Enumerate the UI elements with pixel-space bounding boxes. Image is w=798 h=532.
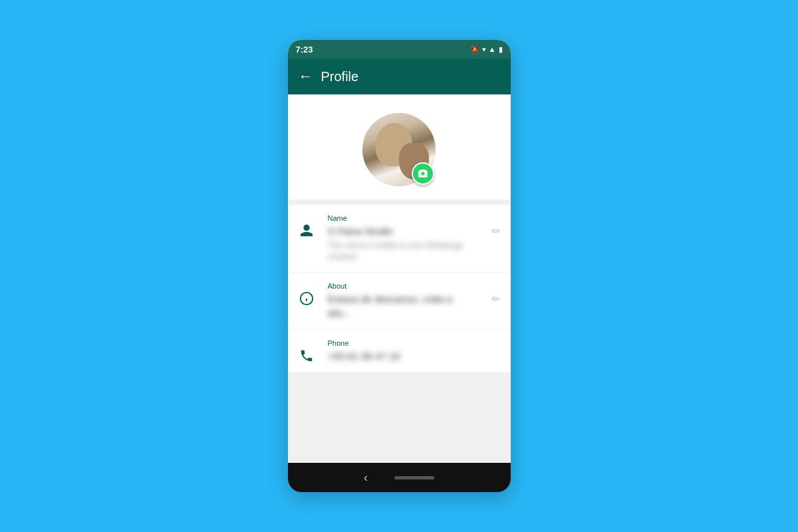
phone-row: Phone +55 61 99 47 19: [288, 330, 511, 372]
status-bar: 7:23 🔕 ▾ ▲ ▮: [288, 40, 511, 59]
about-label: About: [328, 282, 478, 290]
back-button[interactable]: ←: [299, 69, 313, 84]
nav-back-button[interactable]: ‹: [364, 471, 368, 485]
about-row[interactable]: About Estava de descanso, volta a ativ..…: [288, 273, 511, 330]
status-time: 7:23: [296, 45, 313, 55]
info-icon: [299, 291, 315, 306]
name-content: Name S Paiva Studio This name is visible…: [328, 214, 478, 263]
about-value: Estava de descanso, volta a ativ...: [328, 292, 478, 320]
name-value: S Paiva Studio: [328, 224, 478, 238]
phone-content: Phone +55 61 99 47 19: [328, 339, 500, 363]
info-sections: Name S Paiva Studio This name is visible…: [288, 205, 511, 372]
page-title: Profile: [321, 69, 359, 84]
status-icons: 🔕 ▾ ▲ ▮: [470, 45, 503, 54]
camera-fab-button[interactable]: [412, 162, 434, 185]
about-content: About Estava de descanso, volta a ativ..…: [328, 282, 478, 320]
avatar-wrapper[interactable]: [362, 113, 436, 186]
wifi-icon: ▾: [482, 45, 486, 54]
phone-value: +55 61 99 47 19: [328, 349, 500, 363]
name-subtext: This name is visible to your WhatsApp co…: [328, 240, 478, 263]
battery-icon: ▮: [499, 45, 503, 54]
home-indicator[interactable]: [394, 476, 434, 479]
content-area: Name S Paiva Studio This name is visible…: [288, 94, 511, 463]
nav-bar: ‹: [288, 463, 511, 492]
app-bar: ← Profile: [288, 59, 511, 94]
avatar-section: [288, 94, 511, 200]
phone-frame: 7:23 🔕 ▾ ▲ ▮ ← Profile: [288, 40, 511, 492]
name-row[interactable]: Name S Paiva Studio This name is visible…: [288, 205, 511, 273]
edit-about-icon[interactable]: ✏: [491, 293, 500, 305]
camera-icon: [417, 168, 429, 180]
mute-icon: 🔕: [470, 45, 479, 54]
signal-icon: ▲: [489, 45, 496, 53]
phone-icon: [299, 348, 315, 363]
name-label: Name: [328, 214, 478, 222]
phone-label: Phone: [328, 339, 500, 347]
edit-name-icon[interactable]: ✏: [491, 225, 500, 237]
person-icon: [299, 223, 315, 238]
